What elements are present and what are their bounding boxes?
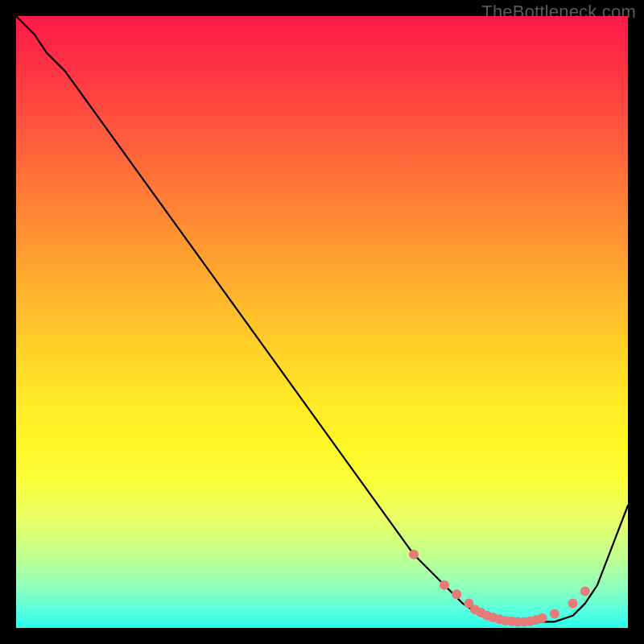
bottleneck-curve-path (16, 16, 628, 621)
chart-stage: TheBottleneck.com (0, 0, 644, 644)
highlight-dot (580, 586, 590, 596)
highlight-dot (452, 589, 461, 599)
highlight-dot (409, 550, 419, 559)
highlight-dot (538, 613, 547, 623)
plot-area (16, 16, 628, 628)
highlight-dot (550, 609, 559, 619)
curve-svg (16, 16, 628, 628)
highlight-dots-group (409, 550, 590, 627)
highlight-dot (568, 599, 578, 609)
highlight-dot (440, 580, 449, 590)
